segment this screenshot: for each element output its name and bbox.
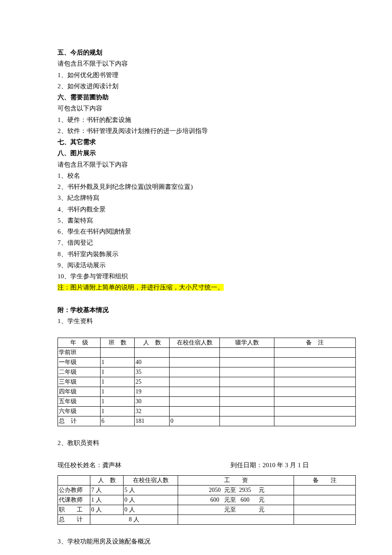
cell-classes: 1 — [101, 387, 135, 397]
appendix-sub-3: 3、学校功能用房及设施配备概况 — [58, 536, 356, 547]
cell-total-people: 8 人 — [90, 515, 178, 524]
cell-board — [170, 358, 220, 367]
cell-role: 职 工 — [58, 505, 90, 515]
th-note: 备 注 — [274, 338, 356, 348]
cell-empty — [294, 515, 356, 524]
cell-grade: 二年级 — [58, 367, 101, 377]
section-5-title: 五、今后的规划 — [58, 47, 356, 58]
date-value: 2010 年 3 月 1 日 — [262, 462, 309, 468]
cell-board: 5 人 — [124, 485, 178, 495]
th-note: 备 注 — [294, 475, 356, 485]
section-6-intro: 可包含以下内容 — [58, 103, 356, 114]
cell-drop — [220, 358, 274, 367]
section-5-item-1: 1、如何优化图书管理 — [58, 69, 356, 81]
table-row: 学前班 — [58, 348, 356, 358]
cell-people: 40 — [135, 358, 170, 367]
cell-board: 0 — [170, 416, 220, 426]
principal-row: 现任校长姓名：龚声林 到任日期：2010 年 3 月 1 日 — [58, 460, 356, 471]
cell-total-label: 总 计 — [58, 515, 90, 524]
cell-note — [274, 348, 356, 358]
cell-classes: 1 — [101, 397, 135, 407]
section-8-item-2: 2、书轩外觀及見到纪念牌位置(說明圖書室位置) — [58, 181, 356, 192]
table-row: 职 工0 人0 人 元至 元 — [58, 505, 356, 515]
th-classes: 班 数 — [101, 338, 135, 348]
cell-grade: 学前班 — [58, 348, 101, 358]
th-board: 在校住宿人数 — [170, 338, 220, 348]
cell-board — [170, 407, 220, 416]
th-grade: 年 级 — [58, 338, 101, 348]
cell-drop — [220, 407, 274, 416]
cell-drop — [220, 377, 274, 387]
cell-note — [274, 397, 356, 407]
section-6-title: 六、需要苗圃协助 — [58, 92, 356, 103]
cell-role: 代课教师 — [58, 495, 90, 505]
cell-people: 0 人 — [90, 505, 124, 515]
table-row: 公办教师7 人5 人2050 元至 2935 元 — [58, 485, 356, 495]
appendix-sub-2: 2、教职员资料 — [58, 437, 356, 448]
cell-grade: 四年级 — [58, 387, 101, 397]
cell-drop — [220, 387, 274, 397]
cell-people: 19 — [135, 387, 170, 397]
section-6-item-1: 1、硬件：书轩的配套设施 — [58, 114, 356, 125]
th-role — [58, 475, 90, 485]
table-row: 六年级132 — [58, 407, 356, 416]
cell-role: 公办教师 — [58, 485, 90, 495]
cell-drop — [220, 397, 274, 407]
table-row: 五年级130 — [58, 397, 356, 407]
table-total-row: 总 计8 人 — [58, 515, 356, 524]
cell-classes — [101, 348, 135, 358]
cell-note — [274, 407, 356, 416]
section-5-item-2: 2、如何改进阅读计划 — [58, 81, 356, 92]
table-row: 三年级125 — [58, 377, 356, 387]
cell-note — [274, 377, 356, 387]
cell-people — [135, 348, 170, 358]
section-8-item-5: 5、書架特寫 — [58, 215, 356, 226]
section-7-title: 七、其它需求 — [58, 136, 356, 147]
cell-salary: 600 元至 600 元 — [178, 495, 294, 505]
cell-board: 0 人 — [124, 505, 178, 515]
section-8-item-3: 3、紀念牌特寫 — [58, 192, 356, 203]
th-people: 人 数 — [90, 475, 124, 485]
table-row: 总 计61810 — [58, 416, 356, 426]
cell-salary: 元至 元 — [178, 505, 294, 515]
cell-grade: 一年级 — [58, 358, 101, 367]
th-dropout: 辍学人数 — [220, 338, 274, 348]
cell-drop — [220, 367, 274, 377]
cell-note — [294, 485, 356, 495]
section-8-title: 八、图片展示 — [58, 147, 356, 159]
cell-classes: 1 — [101, 358, 135, 367]
cell-board — [170, 387, 220, 397]
cell-grade: 六年级 — [58, 407, 101, 416]
table-row: 二年级135 — [58, 367, 356, 377]
section-8-intro: 请包含且不限于以下内容 — [58, 159, 356, 170]
section-8-item-9: 9、阅读活动展示 — [58, 260, 356, 271]
cell-note — [274, 416, 356, 426]
cell-note — [274, 367, 356, 377]
cell-people: 25 — [135, 377, 170, 387]
cell-board — [170, 397, 220, 407]
cell-people: 35 — [135, 367, 170, 377]
th-salary: 工 资 — [178, 475, 294, 485]
table-row: 代课教师1 人0 人600 元至 600 元 — [58, 495, 356, 505]
cell-people: 1 人 — [90, 495, 124, 505]
cell-drop — [220, 348, 274, 358]
cell-board — [170, 348, 220, 358]
appendix-sub-1: 1、学生资料 — [58, 315, 356, 327]
table-row: 一年级140 — [58, 358, 356, 367]
staff-table: 人 数 在校住宿人数 工 资 备 注 公办教师7 人5 人2050 元至 293… — [58, 475, 356, 525]
cell-note — [294, 495, 356, 505]
cell-classes: 1 — [101, 367, 135, 377]
cell-grade: 总 计 — [58, 416, 101, 426]
cell-note — [294, 505, 356, 515]
cell-drop — [220, 416, 274, 426]
section-8-item-1: 1、校名 — [58, 170, 356, 181]
cell-people: 32 — [135, 407, 170, 416]
principal-label: 现任校长姓名： — [58, 462, 102, 468]
th-board: 在校住宿人数 — [124, 475, 178, 485]
section-8-item-7: 7、借阅登记 — [58, 237, 356, 248]
section-6-item-2: 2、软件：书轩管理及阅读计划推行的进一步培训指导 — [58, 125, 356, 136]
cell-classes: 6 — [101, 416, 135, 426]
th-people: 人 数 — [135, 338, 170, 348]
cell-salary: 2050 元至 2935 元 — [178, 485, 294, 495]
table-header-row: 人 数 在校住宿人数 工 资 备 注 — [58, 475, 356, 485]
